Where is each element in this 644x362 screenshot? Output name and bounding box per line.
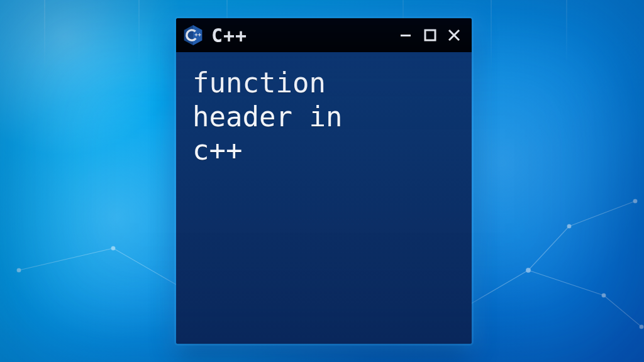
svg-rect-24 (425, 30, 435, 40)
svg-rect-23 (401, 35, 411, 36)
minimize-icon (399, 28, 413, 42)
svg-line-0 (19, 248, 113, 270)
svg-point-12 (567, 224, 571, 228)
window-title: C++ (211, 25, 247, 47)
window-controls (397, 26, 463, 44)
svg-marker-17 (193, 25, 202, 45)
svg-point-13 (633, 199, 637, 203)
maximize-button[interactable] (421, 26, 439, 44)
cpp-logo-icon (182, 25, 204, 46)
svg-line-5 (528, 270, 604, 295)
svg-point-11 (526, 268, 531, 273)
svg-line-3 (528, 226, 569, 270)
minimize-button[interactable] (397, 26, 415, 44)
terminal-content: function header in c++ (176, 52, 472, 344)
svg-rect-20 (195, 35, 198, 35)
terminal-text: function header in c++ (192, 66, 457, 167)
page-background: C++ function header in c++ (0, 0, 644, 362)
close-button[interactable] (445, 26, 463, 44)
titlebar[interactable]: C++ (176, 18, 472, 52)
svg-point-14 (602, 293, 606, 297)
close-icon (447, 28, 461, 42)
svg-line-4 (569, 201, 635, 226)
svg-line-25 (449, 30, 459, 40)
terminal-window: C++ function header in c++ (176, 18, 472, 344)
svg-rect-22 (198, 35, 201, 35)
svg-point-8 (111, 246, 115, 250)
svg-line-6 (604, 295, 641, 327)
maximize-icon (423, 28, 437, 42)
svg-line-26 (449, 30, 459, 40)
svg-point-15 (640, 325, 643, 329)
svg-point-7 (17, 268, 21, 272)
